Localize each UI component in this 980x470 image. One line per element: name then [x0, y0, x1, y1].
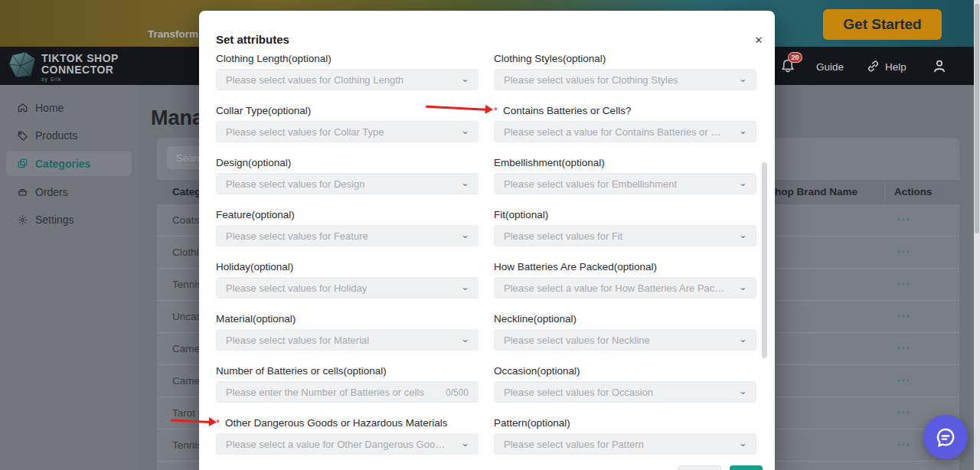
form-field-other-dangerous-goods-or-hazardous-materials: *Other Dangerous Goods or Hazardous Mate…	[216, 416, 479, 455]
chevron-down-icon: ⌄	[739, 333, 747, 344]
field-label-text: Clothing Length(optional)	[216, 53, 332, 64]
brand-line2: CONNECTOR	[41, 64, 119, 76]
copy-icon	[17, 158, 28, 169]
chevron-down-icon: ⌄	[461, 177, 469, 188]
category-name-cell: Tennis	[172, 439, 202, 451]
link-icon[interactable]	[867, 60, 880, 76]
brand-line1: TIKTOK SHOP	[41, 53, 119, 64]
set-attributes-modal: Set attributes ✕ Clothing Length(optiona…	[199, 11, 775, 470]
field-label: Design(optional)	[216, 156, 479, 168]
sidebar-item-orders[interactable]: Orders	[6, 179, 132, 204]
sidebar-item-categories[interactable]: Categories	[6, 151, 132, 176]
basket-icon	[17, 186, 28, 197]
chevron-down-icon: ⌄	[461, 333, 469, 344]
account-user-icon[interactable]	[931, 57, 948, 77]
chevron-down-icon: ⌄	[461, 73, 469, 84]
select-how-batteries-are-packed[interactable]: Please select a value for How Batteries …	[494, 277, 756, 299]
page-scrollbar[interactable]	[974, 0, 980, 470]
row-actions-menu[interactable]: ...	[897, 307, 911, 319]
field-placeholder: Please select values for Holiday	[226, 282, 367, 294]
arrow-shaft	[426, 106, 487, 111]
field-placeholder: Please select values for Design	[226, 178, 364, 190]
field-label-text: How Batteries Are Packed(optional)	[494, 261, 657, 273]
field-label-text: Number of Batteries or cells(optional)	[216, 365, 387, 377]
field-label-text: Contains Batteries or Cells?	[503, 105, 631, 116]
field-label: Pattern(optional)	[494, 416, 756, 429]
form-field-holiday: Holiday(optional)Please select values fo…	[216, 260, 479, 299]
guide-link[interactable]: Guide	[816, 61, 844, 73]
input-number-of-batteries-or-cells[interactable]: Please enter the Number of Batteries or …	[216, 381, 479, 403]
select-neckline[interactable]: Please select values for Neckline⌄	[494, 329, 756, 351]
select-contains-batteries-or-cells[interactable]: Please select a value for Contains Batte…	[494, 121, 756, 142]
field-placeholder: Please select a value for How Batteries …	[504, 282, 726, 294]
select-pattern[interactable]: Please select values for Pattern⌄	[494, 433, 756, 455]
get-started-button[interactable]: Get Started	[823, 9, 942, 40]
confirm-button[interactable]	[730, 465, 763, 470]
select-occasion[interactable]: Please select values for Occasion⌄	[494, 381, 756, 403]
modal-title: Set attributes	[216, 33, 289, 46]
field-placeholder: Please select values for Material	[226, 335, 369, 346]
select-embellishment[interactable]: Please select values for Embellishment⌄	[494, 173, 756, 194]
field-label-text: Clothing Styles(optional)	[494, 53, 606, 64]
modal-scrollbar-thumb[interactable]	[762, 162, 767, 358]
select-collar-type[interactable]: Please select values for Collar Type⌄	[216, 121, 479, 142]
form-field-clothing-length: Clothing Length(optional)Please select v…	[216, 52, 479, 90]
field-label-text: Embellishment(optional)	[494, 157, 605, 168]
brand-subtitle: by Silk	[41, 77, 119, 82]
chevron-down-icon: ⌄	[739, 437, 747, 449]
field-label: How Batteries Are Packed(optional)	[494, 260, 756, 273]
chat-widget-button[interactable]	[923, 415, 968, 459]
sidebar-item-settings[interactable]: Settings	[6, 207, 132, 233]
row-actions-menu[interactable]: ...	[897, 211, 911, 223]
arrow-head	[209, 417, 217, 427]
column-header-brand: hop Brand Name	[775, 186, 858, 197]
help-link[interactable]: Help	[885, 61, 906, 73]
sidebar-item-label: Settings	[35, 214, 74, 226]
field-placeholder: Please select a value for Other Dangerou…	[226, 439, 448, 450]
select-design[interactable]: Please select values for Design⌄	[216, 173, 479, 194]
field-placeholder: Please select values for Neckline	[504, 335, 650, 346]
select-feature[interactable]: Please select values for Feature⌄	[216, 225, 479, 246]
chevron-down-icon: ⌄	[739, 385, 747, 397]
form-field-clothing-styles: Clothing Styles(optional)Please select v…	[494, 52, 756, 90]
field-label-text: Holiday(optional)	[216, 261, 293, 273]
row-actions-menu[interactable]: ...	[897, 371, 911, 384]
select-holiday[interactable]: Please select values for Holiday⌄	[216, 277, 479, 299]
chevron-down-icon: ⌄	[461, 437, 469, 449]
select-other-dangerous-goods-or-hazardous-materials[interactable]: Please select a value for Other Dangerou…	[216, 433, 479, 455]
form-field-design: Design(optional)Please select values for…	[216, 156, 479, 194]
field-placeholder: Please enter the Number of Batteries or …	[226, 387, 424, 398]
select-clothing-styles[interactable]: Please select values for Clothing Styles…	[494, 69, 756, 90]
row-actions-menu[interactable]: ...	[897, 403, 911, 416]
field-label-text: Collar Type(optional)	[216, 105, 311, 116]
cancel-button[interactable]	[678, 465, 721, 470]
row-actions-menu[interactable]: ...	[897, 436, 911, 448]
close-icon[interactable]: ✕	[750, 31, 767, 48]
field-label: Occasion(optional)	[494, 364, 756, 377]
row-actions-menu[interactable]: ...	[897, 243, 911, 255]
form-field-embellishment: Embellishment(optional)Please select val…	[494, 156, 756, 194]
brand-wordmark: TIKTOK SHOP CONNECTOR by Silk	[41, 53, 119, 82]
select-material[interactable]: Please select values for Material⌄	[216, 329, 479, 351]
sidebar-item-label: Categories	[35, 158, 90, 170]
chevron-down-icon: ⌄	[739, 73, 747, 84]
row-actions-menu[interactable]: ...	[897, 275, 911, 287]
row-actions-menu[interactable]: ...	[897, 339, 911, 351]
field-label: Holiday(optional)	[216, 260, 479, 273]
field-placeholder: Please select values for Occasion	[504, 387, 653, 398]
chevron-down-icon: ⌄	[461, 281, 469, 292]
sidebar-item-home[interactable]: Home	[6, 95, 132, 120]
select-fit[interactable]: Please select values for Fit⌄	[494, 225, 756, 246]
arrow-shaft	[171, 419, 211, 423]
field-placeholder: Please select values for Pattern	[504, 439, 644, 450]
char-counter: 0/500	[446, 387, 469, 398]
page-scrollbar-thumb[interactable]	[975, 4, 979, 233]
brand-gem-icon	[5, 49, 39, 86]
select-clothing-length[interactable]: Please select values for Clothing Length…	[216, 69, 479, 90]
home-icon	[17, 102, 28, 113]
chevron-down-icon: ⌄	[739, 229, 747, 240]
sidebar-item-label: Home	[35, 102, 64, 114]
form-field-contains-batteries-or-cells: *Contains Batteries or Cells?Please sele…	[494, 104, 756, 142]
field-label: Feature(optional)	[216, 208, 479, 220]
sidebar-item-products[interactable]: Products	[6, 123, 132, 149]
